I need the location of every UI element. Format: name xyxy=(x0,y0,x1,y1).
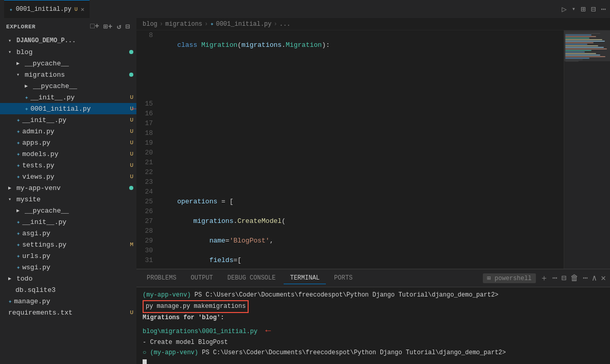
sidebar: EXPLORER □+ ⊞+ ↺ ⊟ ▾ DJANGO_DEMO_P... ▾ … xyxy=(0,18,136,364)
migration-file-path: blog\migrations\0001_initial.py xyxy=(143,328,257,335)
new-folder-icon[interactable]: ⊞+ xyxy=(103,22,113,31)
sidebar-header: EXPLORER □+ ⊞+ ↺ ⊟ xyxy=(0,18,136,35)
init-migrations-icon: ✦ xyxy=(25,94,28,101)
terminal-line-6: ○ (my-app-venv) PS C:\Users\Coder\Docume… xyxy=(143,348,604,358)
tab-close-button[interactable]: ✕ xyxy=(81,6,84,13)
terminal-content[interactable]: (my-app-venv) PS C:\Users\Coder\Document… xyxy=(136,287,610,364)
code-line-18: name='BlogPost', xyxy=(161,236,560,246)
split-icon[interactable]: ⊞ xyxy=(581,4,586,14)
terminal-cursor xyxy=(143,359,147,364)
collapse-icon[interactable]: ⊟ xyxy=(126,22,130,31)
code-line-16: operations = [ xyxy=(161,197,560,206)
sidebar-item-init-mysite[interactable]: ✦ __init__.py xyxy=(0,216,136,228)
code-editor[interactable]: 8 . . . . . . 15 16 17 18 19 20 21 22 23 xyxy=(136,30,564,269)
sidebar-item-db[interactable]: db.sqlite3 xyxy=(0,284,136,296)
sidebar-tree: ▾ blog ▶ __pycache__ ▾ migrations ▶ __py… xyxy=(0,46,136,364)
panel-area: PROBLEMS OUTPUT DEBUG CONSOLE TERMINAL P… xyxy=(136,269,610,364)
root-folder[interactable]: ▾ DJANGO_DEMO_P... xyxy=(0,35,136,46)
tests-icon: ✦ xyxy=(16,162,20,169)
sidebar-item-init-migrations[interactable]: ✦ __init__.py U xyxy=(0,92,136,103)
top-bar: ✦ 0001_initial.py U ✕ ▷ ▾ ⊞ ⊟ ⋯ xyxy=(0,0,610,18)
delete-terminal-icon[interactable]: 🗑 xyxy=(570,273,579,283)
sidebar-item-blog[interactable]: ▾ blog xyxy=(0,46,136,58)
create-model-text: - Create model BlogPost xyxy=(143,339,228,346)
new-file-icon[interactable]: □+ xyxy=(90,22,99,31)
init-migrations-badge: U xyxy=(130,94,133,100)
run-dropdown-icon[interactable]: ▾ xyxy=(572,5,576,13)
code-line-10 xyxy=(161,79,560,89)
sidebar-item-apps[interactable]: ✦ apps.py U xyxy=(0,137,136,148)
venv-dot xyxy=(129,186,133,190)
code-line-19: fields=[ xyxy=(161,255,560,265)
sidebar-header-icons: □+ ⊞+ ↺ ⊟ xyxy=(90,22,130,31)
refresh-icon[interactable]: ↺ xyxy=(117,22,121,31)
line-numbers: 8 . . . . . . 15 16 17 18 19 20 21 22 23 xyxy=(136,30,157,269)
apps-icon: ✦ xyxy=(16,139,20,147)
active-tab[interactable]: ✦ 0001_initial.py U ✕ xyxy=(4,0,90,18)
sidebar-item-asgi[interactable]: ✦ asgi.py xyxy=(0,228,136,239)
todo-arrow: ▶ xyxy=(8,275,14,282)
urls-icon: ✦ xyxy=(16,252,20,260)
init-blog-badge: U xyxy=(130,117,133,123)
sidebar-item-venv[interactable]: ▶ my-app-venv xyxy=(0,182,136,194)
terminal-line-1: (my-app-venv) PS C:\Users\Coder\Document… xyxy=(143,290,604,300)
code-line-12 xyxy=(161,118,560,128)
manage-icon: ✦ xyxy=(8,298,12,305)
mysite-arrow: ▾ xyxy=(8,196,14,202)
code-line-17: migrations.CreateModel( xyxy=(161,216,560,226)
code-editor-container: 8 . . . . . . 15 16 17 18 19 20 21 22 23 xyxy=(136,30,610,269)
breadcrumb-file-icon: ✦ xyxy=(210,20,214,28)
minimap-highlight xyxy=(564,30,610,61)
sidebar-item-init-blog[interactable]: ✦ __init__.py U xyxy=(0,114,136,126)
sidebar-item-0001-initial[interactable]: ✦ 0001_initial.py U ← xyxy=(0,103,136,114)
code-content[interactable]: class Migration(migrations.Migration): o… xyxy=(157,30,564,269)
minimap-visual xyxy=(564,30,610,269)
sidebar-item-views[interactable]: ✦ views.py U xyxy=(0,171,136,182)
close-panel-icon[interactable]: ✕ xyxy=(601,273,606,283)
init-blog-icon: ✦ xyxy=(16,116,20,124)
chevron-up-icon[interactable]: ∧ xyxy=(592,273,597,283)
apps-badge: U xyxy=(130,140,133,146)
sidebar-item-tests[interactable]: ✦ tests.py U xyxy=(0,160,136,171)
0001-initial-icon: ✦ xyxy=(25,105,28,113)
terminal-line-4: blog\migrations\0001_initial.py ← xyxy=(143,323,604,338)
more-actions-icon[interactable]: ⋯ xyxy=(601,4,606,14)
explorer-title: EXPLORER xyxy=(6,24,36,30)
tab-terminal[interactable]: TERMINAL xyxy=(284,272,326,284)
tab-ports[interactable]: PORTS xyxy=(328,272,359,284)
tab-debug-console[interactable]: DEBUG CONSOLE xyxy=(221,272,282,284)
tests-badge: U xyxy=(130,162,133,168)
new-terminal-icon[interactable]: ＋ xyxy=(540,273,548,284)
sidebar-item-settings[interactable]: ✦ settings.py M xyxy=(0,239,136,250)
terminal-more-icon[interactable]: ⋯ xyxy=(552,273,557,283)
terminal-cursor-line xyxy=(143,358,604,364)
tab-output[interactable]: OUTPUT xyxy=(185,272,219,284)
sidebar-item-manage[interactable]: ✦ manage.py xyxy=(0,296,136,307)
settings-badge: M xyxy=(130,241,133,248)
sidebar-item-pycache-blog[interactable]: ▶ __pycache__ xyxy=(0,58,136,69)
code-line-13 xyxy=(161,138,560,148)
sidebar-item-models[interactable]: ✦ models.py U xyxy=(0,148,136,160)
sidebar-item-urls[interactable]: ✦ urls.py xyxy=(0,250,136,262)
split-terminal-icon[interactable]: ⊟ xyxy=(561,273,566,283)
run-icon[interactable]: ▷ xyxy=(562,4,567,14)
terminal-line-5: - Create model BlogPost xyxy=(143,338,604,348)
tab-problems[interactable]: PROBLEMS xyxy=(141,272,183,284)
sidebar-item-pycache-mysite[interactable]: ▶ __pycache__ xyxy=(0,205,136,216)
shell-icon: ⊞ xyxy=(487,275,491,282)
root-label: DJANGO_DEMO_P... xyxy=(16,37,136,44)
layout-icon[interactable]: ⊟ xyxy=(591,4,596,14)
sidebar-item-todo[interactable]: ▶ todo xyxy=(0,273,136,284)
sidebar-item-migrations[interactable]: ▾ migrations xyxy=(0,69,136,80)
sidebar-item-requirements[interactable]: requirements.txt U xyxy=(0,307,136,318)
sidebar-item-admin[interactable]: ✦ admin.py U xyxy=(0,126,136,137)
sidebar-item-pycache-migrations[interactable]: ▶ __pycache__ xyxy=(0,80,136,92)
more-panel-icon[interactable]: ⋯ xyxy=(583,273,588,283)
sidebar-item-wsgi[interactable]: ✦ wsgi.py xyxy=(0,262,136,273)
tab-modified-badge: U xyxy=(75,7,78,12)
sidebar-item-mysite[interactable]: ▾ mysite xyxy=(0,194,136,205)
pycache-mysite-arrow: ▶ xyxy=(16,207,23,214)
code-line-11 xyxy=(161,99,560,109)
editor-actions: ▷ ▾ ⊞ ⊟ ⋯ xyxy=(562,4,606,14)
migrations-dot xyxy=(129,73,133,77)
